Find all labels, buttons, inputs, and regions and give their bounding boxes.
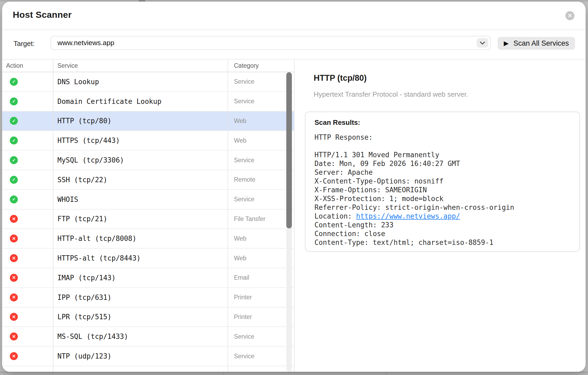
service-name: HTTPS-alt (tcp/8443) — [57, 254, 141, 262]
background-divider-line — [52, 372, 53, 375]
service-name: HTTP-alt (tcp/8008) — [57, 235, 136, 242]
service-name: DNS Lookup — [57, 78, 99, 86]
check-circle-icon: ✓ — [10, 176, 18, 184]
result-line: X-Content-Type-Options: nosniff — [314, 177, 570, 186]
result-line — [314, 142, 570, 151]
category-label: Email — [234, 274, 249, 281]
chevron-down-icon — [480, 41, 485, 45]
background-divider-line — [386, 372, 387, 375]
service-name: Domain Certificate Lookup — [57, 97, 161, 105]
table-row[interactable]: ✓ MySQL (tcp/3306) Service — [2, 151, 294, 170]
category-label: Web — [234, 137, 246, 144]
table-row[interactable]: ✕ IPP (tcp/631) Printer — [2, 288, 294, 308]
table-row[interactable]: ✓ WHOIS Service — [2, 190, 294, 210]
category-label: Service — [234, 157, 254, 164]
service-name: HTTP (tcp/80) — [57, 117, 112, 125]
result-line: Location: https://www.netviews.app/ — [314, 212, 570, 221]
column-divider — [53, 59, 53, 372]
category-label: Service — [234, 196, 254, 203]
category-label: Service — [234, 78, 254, 85]
table-row[interactable]: ✕ POP3 (tcp/110) Email — [2, 366, 294, 372]
location-link[interactable]: https://www.netviews.app/ — [356, 212, 460, 220]
table-row[interactable]: ✕ FTP (tcp/21) File Tansfer — [2, 210, 294, 229]
close-button[interactable]: ✕ — [565, 11, 574, 20]
table-row[interactable]: ✓ DNS Lookup Service — [2, 72, 294, 92]
category-label: Remote — [234, 176, 255, 183]
service-name: LPR (tcp/515) — [57, 313, 112, 321]
column-divider — [228, 59, 228, 372]
scan-results-output: HTTP Response:HTTP/1.1 301 Moved Permane… — [314, 133, 570, 247]
table-row[interactable]: ✓ Domain Certificate Lookup Service — [2, 92, 294, 112]
service-name: IPP (tcp/631) — [57, 293, 112, 301]
service-name: NTP (udp/123) — [57, 352, 112, 360]
page-title: Host Scanner — [13, 10, 72, 20]
title-bar: Host Scanner ✕ — [2, 2, 586, 30]
result-line: Connection: close — [314, 229, 570, 238]
detail-title: HTTP (tcp/80) — [314, 73, 367, 83]
table-row[interactable]: ✕ IMAP (tcp/143) Email — [2, 268, 294, 288]
x-circle-icon: ✕ — [10, 313, 18, 321]
x-circle-icon: ✕ — [10, 254, 18, 262]
x-circle-icon: ✕ — [10, 333, 18, 340]
background-divider-line — [223, 372, 224, 375]
services-table: ✓ DNS Lookup Service ✓ Domain Certificat… — [2, 72, 294, 372]
result-line: Date: Mon, 09 Feb 2026 16:40:27 GMT — [314, 159, 570, 168]
check-circle-icon: ✓ — [10, 195, 18, 203]
toolbar: Target: ▶ Scan All Services — [2, 30, 586, 59]
target-input[interactable] — [51, 36, 491, 50]
scan-results-label: Scan Results: — [314, 118, 570, 127]
check-circle-icon: ✓ — [10, 137, 18, 144]
result-line: X-Frame-Options: SAMEORIGIN — [314, 186, 570, 194]
play-icon: ▶ — [504, 40, 509, 46]
list-scrollbar-thumb[interactable] — [286, 72, 292, 228]
check-circle-icon: ✓ — [10, 97, 18, 105]
table-row[interactable]: ✓ HTTPS (tcp/443) Web — [2, 131, 294, 151]
x-circle-icon: ✕ — [10, 293, 18, 301]
column-header-category: Category — [234, 62, 259, 69]
category-label: Service — [234, 333, 254, 340]
category-label: Printer — [234, 313, 252, 321]
scan-all-services-button[interactable]: ▶ Scan All Services — [498, 37, 575, 50]
table-row[interactable]: ✕ MS-SQL (tcp/1433) Service — [2, 327, 294, 347]
check-circle-icon: ✓ — [10, 156, 18, 164]
table-row[interactable]: ✓ HTTP (tcp/80) Web — [2, 112, 294, 131]
table-row[interactable]: ✕ HTTP-alt (tcp/8008) Web — [2, 229, 294, 249]
result-line: Content-Type: text/html; charset=iso-885… — [314, 238, 570, 247]
table-row[interactable]: ✕ NTP (udp/123) Service — [2, 347, 294, 366]
detail-panel: HTTP (tcp/80) Hypertext Transfer Protoco… — [295, 59, 586, 372]
service-name: MySQL (tcp/3306) — [57, 156, 124, 164]
category-label: Web — [234, 255, 246, 262]
x-circle-icon: ✕ — [10, 235, 18, 242]
category-label: Service — [234, 353, 254, 360]
service-name: FTP (tcp/21) — [57, 215, 107, 223]
close-icon: ✕ — [568, 13, 572, 18]
service-name: IMAP (tcp/143) — [57, 274, 116, 282]
service-name: MS-SQL (tcp/1433) — [57, 333, 128, 340]
result-line: HTTP Response: — [314, 133, 570, 142]
column-header-service: Service — [57, 62, 78, 69]
category-label: File Tansfer — [234, 215, 265, 223]
category-label: Web — [234, 117, 246, 125]
background-bottom-strip — [0, 372, 588, 375]
result-line: Content-Length: 233 — [314, 221, 570, 229]
service-name: WHOIS — [57, 195, 78, 203]
result-line: X-XSS-Protection: 1; mode=block — [314, 194, 570, 203]
table-row[interactable]: ✓ SSH (tcp/22) Remote — [2, 170, 294, 190]
result-line: Referrer-Policy: strict-origin-when-cros… — [314, 203, 570, 212]
table-row[interactable]: ✕ LPR (tcp/515) Printer — [2, 308, 294, 327]
list-scrollbar-track[interactable] — [286, 72, 292, 372]
result-line-prefix: Location: — [314, 212, 356, 220]
target-label: Target: — [14, 40, 35, 48]
target-dropdown-button[interactable] — [477, 38, 488, 48]
content-area: Action Service Category ✓ DNS Lookup Ser… — [2, 59, 586, 372]
detail-subtitle: Hypertext Transfer Protocol - standard w… — [314, 90, 468, 99]
check-circle-icon: ✓ — [10, 117, 18, 125]
x-circle-icon: ✕ — [10, 215, 18, 223]
x-circle-icon: ✕ — [10, 352, 18, 360]
column-header-action: Action — [6, 62, 23, 69]
x-circle-icon: ✕ — [10, 274, 18, 282]
result-line: HTTP/1.1 301 Moved Permanently — [314, 151, 570, 159]
service-name: HTTPS (tcp/443) — [57, 137, 120, 144]
table-row[interactable]: ✕ HTTPS-alt (tcp/8443) Web — [2, 249, 294, 268]
check-circle-icon: ✓ — [10, 78, 18, 86]
